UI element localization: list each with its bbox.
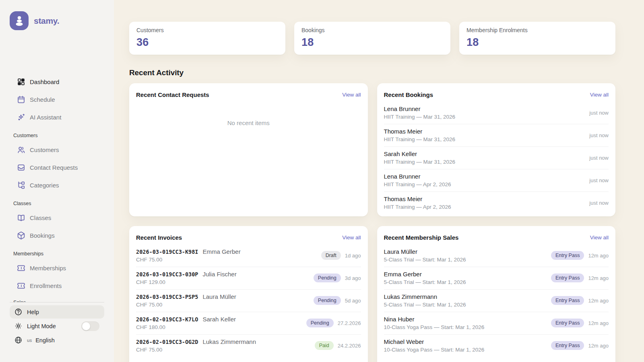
invoice-time: 3d ago — [345, 275, 361, 281]
invoice-time: 1d ago — [345, 253, 361, 259]
invoice-amount: CHF 180.00 — [136, 324, 236, 330]
booking-row[interactable]: Lena Brunner HIIT Training — Apr 2, 2026… — [384, 169, 609, 191]
brand-logo[interactable]: stamy. — [10, 11, 104, 30]
invoice-row[interactable]: 2026-02-019CC3-K7LO Sarah Keller CHF 180… — [136, 312, 361, 334]
invoice-time: 5d ago — [345, 298, 361, 304]
stat-card-bookings[interactable]: Bookings 18 — [294, 22, 450, 55]
sidebar: stamy. Dashboard Schedule — [0, 0, 114, 362]
sidebar-item-customers[interactable]: Customers — [10, 141, 104, 158]
stat-label: Bookings — [301, 27, 443, 33]
membership-detail: 5-Class Trial — Start: Mar 1, 2026 — [384, 279, 466, 285]
invoice-customer: Sarah Keller — [202, 316, 236, 323]
invoice-time: 24.2.2026 — [338, 343, 361, 349]
membership-sale-row[interactable]: Lukas Zimmermann 5-Class Trial — Start: … — [384, 289, 609, 312]
help-button[interactable]: Help — [10, 305, 104, 319]
membership-sale-row[interactable]: Nina Huber 10-Class Yoga Pass — Start: M… — [384, 312, 609, 334]
member-name: Laura Müller — [384, 248, 466, 255]
invoice-amount: CHF 75.00 — [136, 347, 256, 353]
booking-detail: HIIT Training — Mar 31, 2026 — [384, 114, 456, 120]
stat-value: 18 — [466, 36, 608, 49]
brand-name: stamy. — [34, 16, 59, 26]
panel-recent-invoices: Recent Invoices View all 2026-03-019CC3-… — [129, 226, 368, 362]
sidebar-item-memberships[interactable]: Memberships — [10, 259, 104, 277]
sidebar-item-classes[interactable]: Classes — [10, 209, 104, 226]
stamy-logo-icon — [10, 11, 29, 30]
booking-customer: Lena Brunner — [384, 173, 451, 180]
invoice-customer: Julia Fischer — [202, 271, 236, 278]
booking-time: just now — [589, 177, 609, 183]
booking-customer: Lena Brunner — [384, 105, 456, 112]
recent-activity-heading: Recent Activity — [129, 68, 615, 77]
sidebar-item-schedule[interactable]: Schedule — [10, 90, 104, 108]
member-name: Lukas Zimmermann — [384, 293, 466, 300]
status-badge: Pending — [306, 319, 334, 327]
sidebar-item-label: Customers — [30, 146, 59, 153]
sidebar-item-ai-assistant[interactable]: AI Assistant — [10, 108, 104, 126]
view-all-link[interactable]: View all — [590, 234, 609, 241]
panel-title: Recent Invoices — [136, 234, 182, 241]
language-code: us — [27, 338, 32, 343]
light-mode-row[interactable]: Light Mode — [10, 319, 104, 333]
globe-icon — [14, 336, 22, 344]
stat-label: Customers — [136, 27, 278, 33]
sidebar-item-label: Dashboard — [30, 78, 59, 85]
sidebar-footer: Sales Help Light Mode — [10, 300, 104, 348]
membership-sale-row[interactable]: Michael Weber 10-Class Yoga Pass — Start… — [384, 334, 609, 357]
sidebar-item-dashboard[interactable]: Dashboard — [10, 73, 104, 90]
membership-detail: 10-Class Yoga Pass — Start: Mar 1, 2026 — [384, 347, 485, 353]
invoice-id: 2026-02-019CC3-OG2D — [136, 339, 198, 345]
sidebar-item-label: Classes — [30, 214, 51, 221]
language-selector[interactable]: us English — [10, 333, 104, 347]
stat-card-membership-enrolments[interactable]: Membership Enrolments 18 — [459, 22, 615, 55]
package-icon — [17, 231, 25, 240]
booking-customer: Thomas Meier — [384, 195, 451, 202]
sidebar-item-contact-requests[interactable]: Contact Requests — [10, 158, 104, 176]
booking-row[interactable]: Sarah Keller HIIT Training — Mar 31, 202… — [384, 146, 609, 169]
sidebar-item-label: Categories — [30, 182, 59, 189]
invoice-amount: CHF 129.00 — [136, 279, 237, 285]
sun-icon — [14, 322, 22, 330]
invoice-row[interactable]: 2026-03-019CC3-PSP5 Laura Müller CHF 75.… — [136, 289, 361, 312]
membership-detail: 5-Class Trial — Start: Mar 1, 2026 — [384, 302, 466, 308]
sidebar-item-enrollments[interactable]: Enrollments — [10, 277, 104, 294]
membership-sale-row[interactable]: Emma Gerber 5-Class Trial — Start: Mar 1… — [384, 267, 609, 289]
invoice-row[interactable]: 2026-02-019CC3-OG2D Lukas Zimmermann CHF… — [136, 334, 361, 357]
sale-time: 12m ago — [588, 275, 609, 281]
sidebar-nav: Dashboard Schedule AI Assistant Customer… — [10, 73, 104, 294]
invoice-time: 27.2.2026 — [338, 320, 361, 326]
sale-time: 12m ago — [588, 343, 609, 349]
panel-title: Recent Membership Sales — [384, 234, 459, 241]
empty-state-text: No recent items — [136, 102, 361, 126]
status-badge: Paid — [315, 341, 334, 350]
booking-customer: Thomas Meier — [384, 128, 456, 135]
calendar-icon — [17, 95, 25, 104]
sidebar-item-label: Bookings — [30, 232, 55, 239]
inbox-icon — [17, 163, 25, 172]
membership-badge: Entry Pass — [551, 251, 584, 260]
users-icon — [17, 146, 25, 154]
membership-detail: 5-Class Trial — Start: Mar 1, 2026 — [384, 257, 466, 263]
invoice-id: 2026-03-019CC3-K98I — [136, 249, 198, 255]
booking-row[interactable]: Thomas Meier HIIT Training — Apr 2, 2026… — [384, 191, 609, 214]
member-name: Emma Gerber — [384, 271, 466, 278]
light-mode-toggle[interactable] — [81, 321, 99, 331]
booking-row[interactable]: Thomas Meier HIIT Training — Mar 31, 202… — [384, 124, 609, 146]
sidebar-item-categories[interactable]: Categories — [10, 176, 104, 194]
status-badge: Draft — [321, 251, 341, 260]
stat-card-customers[interactable]: Customers 36 — [129, 22, 285, 55]
panel-title: Recent Contact Requests — [136, 91, 209, 98]
booking-row[interactable]: Lena Brunner HIIT Training — Mar 31, 202… — [384, 102, 609, 124]
invoice-row[interactable]: 2026-03-019CC3-030P Julia Fischer CHF 12… — [136, 267, 361, 289]
view-all-link[interactable]: View all — [342, 234, 361, 241]
stat-value: 36 — [136, 36, 278, 49]
membership-sale-row[interactable]: Laura Müller 5-Class Trial — Start: Mar … — [384, 245, 609, 267]
stats-row: Customers 36 Bookings 18 Membership Enro… — [129, 22, 615, 55]
view-all-link[interactable]: View all — [342, 92, 361, 98]
status-badge: Pending — [314, 296, 341, 305]
sidebar-item-bookings[interactable]: Bookings — [10, 226, 104, 244]
invoice-amount: CHF 75.00 — [136, 257, 241, 263]
view-all-link[interactable]: View all — [590, 92, 609, 98]
booking-detail: HIIT Training — Apr 2, 2026 — [384, 204, 451, 210]
invoice-row[interactable]: 2026-03-019CC3-K98I Emma Gerber CHF 75.0… — [136, 245, 361, 267]
sale-time: 12m ago — [588, 253, 609, 259]
